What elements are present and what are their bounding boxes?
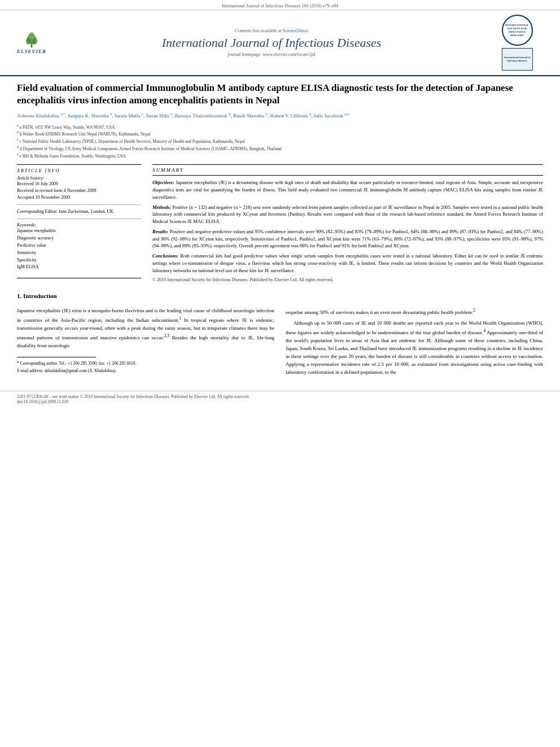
journal-title: International Journal of Infectious Dise… <box>60 36 483 50</box>
section-1-left-text: Japanese encephalitis (JE) virus is a mo… <box>17 307 274 350</box>
accepted-date: Accepted 10 November 2009 <box>17 194 141 201</box>
keyword-2: Diagnostic accuracy <box>17 235 141 242</box>
article-content: Field evaluation of commercial Immunoglo… <box>0 76 560 385</box>
methods-text: Positive (n = 132) and negative (n = 218… <box>152 204 543 225</box>
authors-text: Asheena Khalakdina a,*, Sanjaya K. Shres… <box>17 113 349 119</box>
affiliation-c: c c National Public Health Laboratory (N… <box>17 137 543 145</box>
keywords-section: Keywords: Japanese encephalitis Diagnost… <box>17 222 141 271</box>
section-1-body-cols: Japanese encephalitis (JE) virus is a mo… <box>17 307 543 379</box>
journal-badge-rect-text: International Journal of Infectious Dise… <box>502 55 532 64</box>
elsevier-logo: ELSEVIER <box>9 30 54 55</box>
keyword-1: Japanese encephalitis <box>17 228 141 235</box>
journal-badges: INTERNATIONAL SOCIETY FOR INFECTIOUS DIS… <box>483 15 551 71</box>
corresponding-editor-section: Corresponding Editor: Jane Zuckerman, Lo… <box>17 208 141 215</box>
summary-col: SUMMARY Objectives: Japanese encephaliti… <box>152 164 543 283</box>
sciencedirect-line: Contents lists available at ScienceDirec… <box>60 28 483 33</box>
article-title: Field evaluation of commercial Immunoglo… <box>17 82 543 107</box>
footnote-corresponding: * Corresponding author. Tel.: +1 206 285… <box>17 360 274 366</box>
page-wrapper: International Journal of Infectious Dise… <box>0 0 560 407</box>
article-info-box: ARTICLE INFO Article history: Received 1… <box>17 164 141 278</box>
conclusions-label: Conclusions: <box>152 253 178 259</box>
society-badge-text: INTERNATIONAL SOCIETY FOR INFECTIOUS DIS… <box>503 22 532 39</box>
affiliation-b: b b Walter Reed/AFRIMS Research Unit Nep… <box>17 130 543 137</box>
section-1-right-col: sequelae among 50% of survivors makes it… <box>286 307 543 379</box>
section-1-left-para: Japanese encephalitis (JE) virus is a mo… <box>17 307 274 350</box>
keywords-list: Japanese encephalitis Diagnostic accurac… <box>17 228 141 271</box>
article-info-title: ARTICLE INFO <box>17 168 141 173</box>
section-1-left-col: Japanese encephalitis (JE) virus is a mo… <box>17 307 274 379</box>
journal-citation: International Journal of Infectious Dise… <box>222 3 338 8</box>
doi-text: doi:10.1016/j.ijid.2009.11.020 <box>17 399 543 404</box>
keywords-title: Keywords: <box>17 222 141 228</box>
methods-label: Methods: <box>152 204 171 210</box>
keyword-4: Sensitivity <box>17 250 141 257</box>
results-text: Positive and negative predictive values … <box>152 229 543 249</box>
section-1-right-para-1: sequelae among 50% of survivors makes it… <box>286 307 543 317</box>
keyword-6: IgM ELISA <box>17 264 141 271</box>
svg-point-4 <box>29 32 35 40</box>
summary-title: SUMMARY <box>152 164 543 176</box>
section-1-heading: 1. Introduction <box>17 292 543 299</box>
authors-line: Asheena Khalakdina a,*, Sanjaya K. Shres… <box>17 111 543 120</box>
top-bar: International Journal of Infectious Dise… <box>0 0 560 10</box>
objectives-text: Japanese encephalitis (JE) is a devastat… <box>152 180 543 200</box>
affiliation-e: e e Bill & Melinda Gates Foundation, Sea… <box>17 152 543 159</box>
journal-homepage: journal homepage: www.elsevier.com/locat… <box>60 52 483 57</box>
revised-date: Received in revised form 4 November 2009 <box>17 187 141 194</box>
article-history-section: Article history: Received 16 July 2009 R… <box>17 176 141 201</box>
bottom-bar: 1201-9712/$36.00 – see front matter © 20… <box>0 391 560 407</box>
summary-methods: Methods: Positive (n = 132) and negative… <box>152 204 543 225</box>
summary-conclusions: Conclusions: Both commercial kits had go… <box>152 252 543 274</box>
elsevier-text: ELSEVIER <box>17 49 46 54</box>
journal-badge-rect: International Journal of Infectious Dise… <box>502 48 533 71</box>
bottom-bar-text: 1201-9712/$36.00 – see front matter © 20… <box>17 394 543 399</box>
affiliations: a a PATH, 1455 NW Leary Way, Seattle, WA… <box>17 123 543 159</box>
footnote-email: E-mail address: akhalakdina@gmail.com (A… <box>17 368 274 374</box>
society-badge: INTERNATIONAL SOCIETY FOR INFECTIOUS DIS… <box>502 15 533 46</box>
history-title: Article history: <box>17 176 141 181</box>
section-1-right-text: sequelae among 50% of survivors makes it… <box>286 307 543 377</box>
affiliation-a: a a PATH, 1455 NW Leary Way, Seattle, WA… <box>17 123 543 130</box>
results-label: Results: <box>152 229 168 234</box>
section-1-right-para-2: Although up to 50 000 cases of JE and 10… <box>286 320 543 377</box>
keyword-5: Specificity <box>17 257 141 264</box>
info-summary-cols: ARTICLE INFO Article history: Received 1… <box>17 164 543 283</box>
footnote-divider <box>17 357 96 357</box>
corresponding-editor: Corresponding Editor: Jane Zuckerman, Lo… <box>17 208 141 215</box>
summary-copyright: © 2010 International Society for Infecti… <box>152 277 543 283</box>
footnote-text: * Corresponding author. Tel.: +1 206 285… <box>17 360 274 374</box>
journal-header-center: Contents lists available at ScienceDirec… <box>60 28 483 57</box>
objectives-label: Objectives: <box>152 180 174 185</box>
divider-2 <box>17 219 141 219</box>
article-info-col: ARTICLE INFO Article history: Received 1… <box>17 164 141 283</box>
summary-text: Objectives: Japanese encephalitis (JE) i… <box>152 179 543 283</box>
received-date: Received 16 July 2009 <box>17 181 141 187</box>
divider-1 <box>17 204 141 205</box>
summary-objectives: Objectives: Japanese encephalitis (JE) i… <box>152 179 543 200</box>
elsevier-tree-icon <box>23 32 40 49</box>
conclusions-text: Both commercial kits had good predictive… <box>152 253 543 273</box>
affiliation-d: d d Department of Virology, US Army Medi… <box>17 145 543 152</box>
section-1: 1. Introduction Japanese encephalitis (J… <box>17 292 543 379</box>
elsevier-logo-area: ELSEVIER <box>9 30 60 55</box>
sciencedirect-link[interactable]: ScienceDirect <box>283 28 308 33</box>
journal-header: ELSEVIER Contents lists available at Sci… <box>0 10 560 76</box>
summary-results: Results: Positive and negative predictiv… <box>152 228 543 250</box>
keyword-3: Predictive value <box>17 242 141 250</box>
